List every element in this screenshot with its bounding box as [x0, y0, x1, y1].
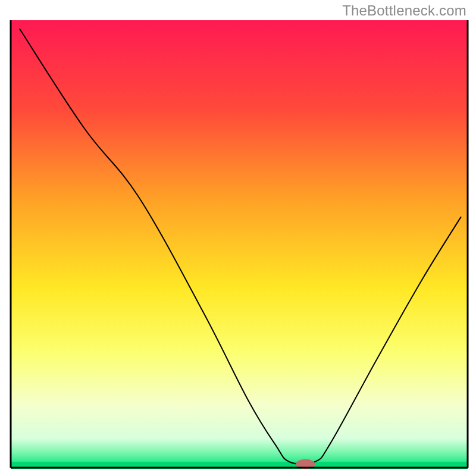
- chart-background: [11, 20, 468, 468]
- watermark-text: TheBottleneck.com: [342, 2, 466, 19]
- chart-plot: [0, 0, 476, 476]
- chart-container: TheBottleneck.com: [0, 0, 476, 476]
